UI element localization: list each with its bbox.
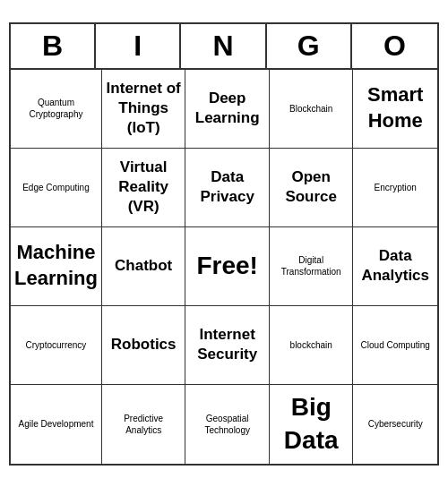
cell-text-7: Data Privacy <box>189 167 265 207</box>
header-letter-G: G <box>267 24 352 68</box>
cell-text-16: Robotics <box>111 335 177 355</box>
bingo-cell-13: Digital Transformation <box>270 227 354 306</box>
cell-text-3: Blockchain <box>289 103 332 115</box>
cell-text-21: Predictive Analytics <box>106 413 182 436</box>
cell-text-22: Geospatial Technology <box>189 413 265 436</box>
bingo-cell-9: Encryption <box>353 149 437 227</box>
cell-text-2: Deep Learning <box>189 89 265 128</box>
cell-text-12: Free! <box>196 250 257 282</box>
bingo-cell-0: Quantum Cryptography <box>11 70 102 149</box>
bingo-cell-11: Chatbot <box>102 227 186 306</box>
bingo-cell-4: Smart Home <box>353 70 437 149</box>
cell-text-13: Digital Transformation <box>273 254 349 278</box>
header-letter-O: O <box>352 24 437 68</box>
header-letter-I: I <box>96 24 181 68</box>
bingo-cell-12: Free! <box>185 227 270 306</box>
bingo-header: BINGO <box>11 24 437 70</box>
bingo-cell-5: Edge Computing <box>11 149 102 227</box>
bingo-cell-3: Blockchain <box>270 70 354 149</box>
bingo-cell-22: Geospatial Technology <box>185 385 270 464</box>
cell-text-23: Big Data <box>273 391 349 457</box>
cell-text-10: Machine Learning <box>14 240 98 291</box>
bingo-cell-24: Cybersecurity <box>353 385 437 464</box>
bingo-card: BINGO Quantum CryptographyInternet of Th… <box>9 22 439 466</box>
cell-text-9: Encryption <box>375 182 417 193</box>
header-letter-N: N <box>181 24 266 68</box>
bingo-cell-14: Data Analytics <box>353 227 437 306</box>
bingo-cell-1: Internet of Things (IoT) <box>102 70 186 149</box>
bingo-grid: Quantum CryptographyInternet of Things (… <box>11 70 437 464</box>
cell-text-1: Internet of Things (IoT) <box>106 79 182 138</box>
cell-text-0: Quantum Cryptography <box>14 97 98 120</box>
cell-text-11: Chatbot <box>115 256 172 276</box>
bingo-cell-10: Machine Learning <box>11 227 102 306</box>
cell-text-4: Smart Home <box>357 82 434 133</box>
cell-text-19: Cloud Computing <box>361 339 430 351</box>
cell-text-17: Internet Security <box>189 325 265 364</box>
bingo-cell-19: Cloud Computing <box>353 306 437 385</box>
bingo-cell-2: Deep Learning <box>185 70 270 149</box>
bingo-cell-21: Predictive Analytics <box>102 385 186 464</box>
cell-text-15: Cryptocurrency <box>26 339 87 351</box>
cell-text-6: Virtual Reality (VR) <box>106 158 182 217</box>
bingo-cell-7: Data Privacy <box>185 149 270 227</box>
bingo-cell-16: Robotics <box>102 306 186 385</box>
bingo-cell-8: Open Source <box>270 149 354 227</box>
cell-text-18: blockchain <box>290 339 332 351</box>
cell-text-24: Cybersecurity <box>368 418 423 430</box>
bingo-cell-23: Big Data <box>270 385 354 464</box>
header-letter-B: B <box>11 24 96 68</box>
bingo-cell-15: Cryptocurrency <box>11 306 102 385</box>
cell-text-20: Agile Development <box>18 418 93 430</box>
bingo-cell-18: blockchain <box>270 306 354 385</box>
bingo-cell-6: Virtual Reality (VR) <box>102 149 186 227</box>
bingo-cell-17: Internet Security <box>185 306 270 385</box>
bingo-cell-20: Agile Development <box>11 385 102 464</box>
cell-text-8: Open Source <box>273 167 349 207</box>
cell-text-5: Edge Computing <box>22 182 90 193</box>
cell-text-14: Data Analytics <box>357 246 434 286</box>
